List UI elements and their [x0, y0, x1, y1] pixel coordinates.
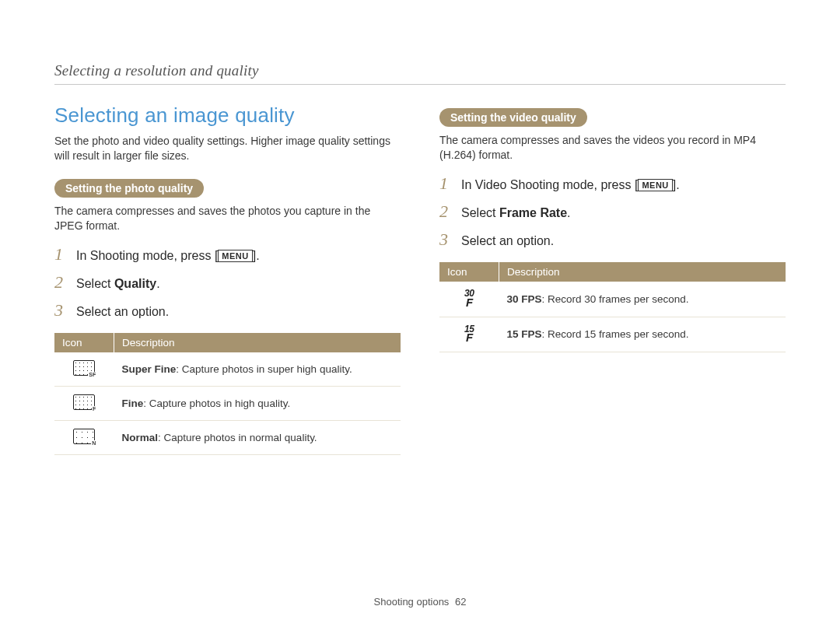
menu-icon: MENU — [218, 250, 252, 262]
menu-icon: MENU — [638, 179, 672, 191]
step-3: 3 Select an option. — [439, 229, 786, 250]
video-quality-pill: Setting the video quality — [439, 108, 587, 127]
table-row: Normal: Capture photos in normal quality… — [54, 420, 401, 454]
desc-rest: : Capture photos in normal quality. — [158, 432, 317, 443]
divider — [54, 84, 786, 85]
step-text-part: ]. — [673, 178, 680, 191]
breadcrumb: Selecting a resolution and quality — [54, 62, 786, 79]
section-title: Selecting an image quality — [54, 103, 401, 128]
quality-fine-icon — [73, 394, 95, 410]
desc-bold: Super Fine — [122, 363, 177, 375]
fps-15-icon: 15F — [464, 325, 474, 343]
step-text: Select Frame Rate. — [461, 206, 571, 220]
step-text: In Shooting mode, press [MENU]. — [76, 249, 260, 263]
desc-rest: : Record 30 frames per second. — [542, 293, 689, 305]
photo-steps: 1 In Shooting mode, press [MENU]. 2 Sele… — [54, 244, 401, 321]
desc-bold: Normal — [122, 432, 159, 443]
desc-cell: Fine: Capture photos in high quality. — [114, 386, 401, 420]
table-header-icon: Icon — [54, 333, 114, 352]
table-row: 15F 15 FPS: Record 15 frames per second. — [439, 317, 786, 352]
step-2: 2 Select Quality. — [54, 272, 401, 292]
desc-cell: 30 FPS: Record 30 frames per second. — [499, 282, 786, 317]
video-quality-table: Icon Description 30F 30 FPS: Record 30 f… — [439, 262, 786, 353]
fps-30-icon: 30F — [464, 289, 474, 307]
desc-rest: : Capture photos in high quality. — [143, 398, 290, 409]
fps-f: F — [464, 332, 474, 343]
table-row: 30F 30 FPS: Record 30 frames per second. — [439, 282, 786, 317]
desc-rest: : Record 15 frames per second. — [542, 328, 689, 340]
content-columns: Selecting an image quality Set the photo… — [54, 103, 786, 455]
step-text-part: Select — [461, 206, 499, 219]
desc-bold: 15 FPS — [507, 328, 542, 340]
desc-rest: : Capture photos in super high quality. — [176, 363, 352, 375]
step-text-part: ]. — [253, 249, 260, 262]
manual-page: Selecting a resolution and quality Selec… — [0, 0, 840, 634]
right-column: Setting the video quality The camera com… — [439, 103, 786, 455]
desc-bold: 30 FPS — [507, 293, 542, 305]
table-header-icon: Icon — [439, 262, 499, 282]
desc-bold: Fine — [122, 398, 144, 409]
step-text-part: Select — [76, 277, 114, 290]
desc-cell: Normal: Capture photos in normal quality… — [114, 420, 401, 454]
step-number: 1 — [439, 173, 452, 194]
table-header-desc: Description — [114, 333, 401, 352]
footer-section: Shooting options — [374, 596, 450, 608]
step-text-bold: Quality — [114, 277, 156, 290]
step-number: 3 — [54, 300, 67, 321]
quality-superfine-icon — [73, 360, 95, 376]
photo-quality-pill: Setting the photo quality — [54, 179, 204, 198]
video-quality-desc: The camera compresses and saves the vide… — [439, 133, 786, 163]
table-row: Super Fine: Capture photos in super high… — [54, 352, 401, 387]
step-text-part: . — [567, 206, 570, 219]
icon-cell: 30F — [439, 282, 499, 317]
desc-cell: Super Fine: Capture photos in super high… — [114, 352, 401, 387]
page-footer: Shooting options 62 — [0, 596, 840, 608]
step-2: 2 Select Frame Rate. — [439, 201, 786, 222]
step-text-part: In Shooting mode, press [ — [76, 249, 218, 262]
photo-quality-table: Icon Description Super Fine: Capture pho… — [54, 333, 401, 455]
photo-quality-desc: The camera compresses and saves the phot… — [54, 204, 401, 233]
step-number: 2 — [439, 201, 452, 222]
icon-cell — [54, 352, 114, 387]
step-1: 1 In Shooting mode, press [MENU]. — [54, 244, 401, 264]
page-number: 62 — [455, 596, 466, 608]
intro-text: Set the photo and video quality settings… — [54, 134, 401, 163]
step-3: 3 Select an option. — [54, 300, 401, 321]
desc-cell: 15 FPS: Record 15 frames per second. — [499, 317, 786, 352]
step-text: Select Quality. — [76, 277, 160, 291]
icon-cell: 15F — [439, 317, 499, 352]
step-text: Select an option. — [461, 234, 554, 248]
step-text-part: . — [156, 277, 159, 290]
quality-normal-icon — [73, 429, 95, 444]
table-header-desc: Description — [499, 262, 786, 282]
fps-f: F — [464, 297, 474, 308]
video-steps: 1 In Video Shooting mode, press [MENU]. … — [439, 173, 786, 250]
step-number: 3 — [439, 229, 452, 250]
table-row: Fine: Capture photos in high quality. — [54, 386, 401, 420]
step-text: In Video Shooting mode, press [MENU]. — [461, 178, 680, 192]
step-number: 1 — [54, 244, 67, 264]
step-text-bold: Frame Rate — [499, 206, 567, 219]
step-1: 1 In Video Shooting mode, press [MENU]. — [439, 173, 786, 194]
icon-cell — [54, 420, 114, 454]
icon-cell — [54, 386, 114, 420]
step-text-part: In Video Shooting mode, press [ — [461, 178, 638, 191]
step-text: Select an option. — [76, 305, 169, 319]
left-column: Selecting an image quality Set the photo… — [54, 103, 401, 455]
step-number: 2 — [54, 272, 67, 292]
